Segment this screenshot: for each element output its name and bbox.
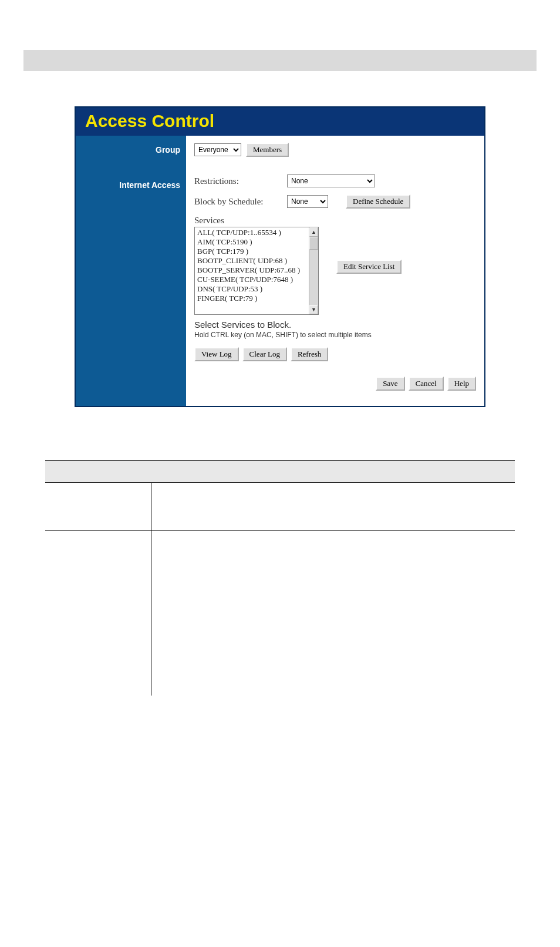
select-services-hint: Select Services to Block. xyxy=(194,320,476,330)
clear-log-button[interactable]: Clear Log xyxy=(242,347,287,361)
ctrl-hint: Hold CTRL key (on MAC, SHIFT) to select … xyxy=(194,331,476,339)
table-row xyxy=(45,531,515,696)
top-gray-bar xyxy=(23,50,537,71)
content-area: Everyone Members Restrictions: None Bloc… xyxy=(186,136,484,406)
define-schedule-button[interactable]: Define Schedule xyxy=(346,194,410,209)
scroll-down-icon[interactable]: ▼ xyxy=(309,305,318,314)
scrollbar[interactable]: ▲ ▼ xyxy=(309,227,318,314)
list-item[interactable]: BOOTP_SERVER( UDP:67..68 ) xyxy=(197,266,318,275)
table-row xyxy=(45,483,515,531)
save-button[interactable]: Save xyxy=(376,377,404,391)
list-item[interactable]: CU-SEEME( TCP/UDP:7648 ) xyxy=(197,275,318,284)
cancel-button[interactable]: Cancel xyxy=(409,377,444,391)
services-listbox[interactable]: ALL( TCP/UDP:1..65534 ) AIM( TCP:5190 ) … xyxy=(194,227,319,315)
help-button[interactable]: Help xyxy=(447,377,476,391)
refresh-button[interactable]: Refresh xyxy=(291,347,328,361)
group-select[interactable]: Everyone xyxy=(194,143,241,156)
sidebar: Group Internet Access xyxy=(76,136,186,406)
sidebar-label-group: Group xyxy=(76,145,180,155)
list-item[interactable]: BOOTP_CLIENT( UDP:68 ) xyxy=(197,256,318,266)
list-item[interactable]: BGP( TCP:179 ) xyxy=(197,247,318,256)
scroll-thumb[interactable] xyxy=(309,237,318,250)
list-item[interactable]: DNS( TCP/UDP:53 ) xyxy=(197,284,318,294)
table-header xyxy=(45,461,515,483)
edit-service-list-button[interactable]: Edit Service List xyxy=(336,260,402,274)
restrictions-select[interactable]: None xyxy=(287,174,375,187)
view-log-button[interactable]: View Log xyxy=(194,347,239,361)
description-table xyxy=(45,460,515,696)
sidebar-label-internet: Internet Access xyxy=(76,180,180,190)
block-schedule-label: Block by Schedule: xyxy=(194,197,282,207)
restrictions-label: Restrictions: xyxy=(194,176,282,186)
services-label: Services xyxy=(194,216,476,226)
page-title: Access Control xyxy=(76,108,484,136)
list-item[interactable]: AIM( TCP:5190 ) xyxy=(197,237,318,247)
block-schedule-select[interactable]: None xyxy=(287,195,328,208)
access-control-panel: Access Control Group Internet Access Eve… xyxy=(75,106,485,407)
list-item[interactable]: ALL( TCP/UDP:1..65534 ) xyxy=(197,228,318,237)
scroll-up-icon[interactable]: ▲ xyxy=(309,227,318,237)
list-item[interactable]: FINGER( TCP:79 ) xyxy=(197,294,318,303)
members-button[interactable]: Members xyxy=(246,143,289,157)
